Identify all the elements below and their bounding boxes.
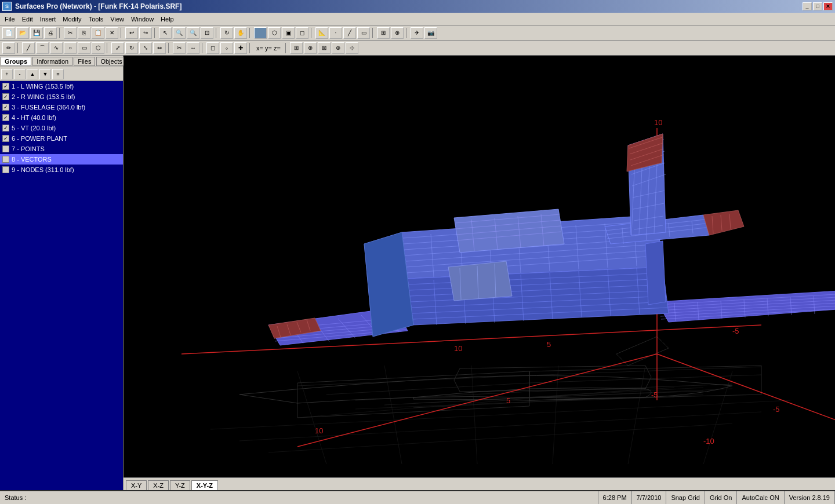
undo-button[interactable]: ↩ — [125, 27, 138, 39]
rotate-button[interactable]: ↻ — [220, 27, 233, 39]
track-btn[interactable]: ⊹ — [346, 42, 358, 54]
tab-xy[interactable]: X-Y — [126, 480, 147, 490]
poly-tool[interactable]: ⬡ — [92, 42, 104, 54]
zoom-in-button[interactable]: 🔍 — [173, 27, 186, 39]
tab-objects[interactable]: Objects — [96, 57, 126, 66]
polar-btn[interactable]: ⊛ — [332, 42, 344, 54]
arc-tool[interactable]: ⌒ — [36, 42, 49, 54]
layer-8-checkbox[interactable] — [2, 156, 9, 163]
layer-5-checkbox[interactable]: ✓ — [2, 125, 9, 132]
hide-button[interactable]: ◻ — [296, 27, 308, 39]
delete-button[interactable]: ✕ — [106, 27, 118, 39]
snap-end[interactable]: ◻ — [206, 42, 219, 54]
tab-xz[interactable]: X-Z — [148, 480, 169, 490]
copy-button[interactable]: ⎘ — [78, 27, 90, 39]
menu-modify[interactable]: Modify — [59, 14, 85, 24]
camera-btn[interactable]: 📷 — [424, 27, 437, 39]
tab-files[interactable]: Files — [74, 57, 95, 66]
layer-6-checkbox[interactable]: ✓ — [2, 135, 9, 142]
layer-1-checkbox[interactable]: ✓ — [2, 83, 9, 90]
pan-button[interactable]: ✋ — [234, 27, 247, 39]
trim-tool[interactable]: ✂ — [173, 42, 186, 54]
surface-btn[interactable]: ▭ — [357, 27, 370, 39]
snap-mid[interactable]: ⬦ — [220, 42, 233, 54]
layer-item[interactable]: ✓ 6 - POWER PLANT — [0, 133, 123, 144]
line-btn[interactable]: ╱ — [343, 27, 356, 39]
app-icon: S — [2, 2, 12, 11]
delete-group-button[interactable]: - — [14, 69, 26, 79]
zoom-fit-button[interactable]: ⊡ — [201, 27, 213, 39]
draw-btn[interactable]: ✏ — [2, 42, 15, 54]
layer-item[interactable]: ✓ 2 - R WING (153.5 lbf) — [0, 92, 123, 102]
zoom-out-button[interactable]: 🔍 — [187, 27, 199, 39]
menu-insert[interactable]: Insert — [37, 14, 60, 24]
measure-button[interactable]: 📐 — [315, 27, 328, 39]
layer-9-checkbox[interactable] — [2, 166, 9, 173]
maximize-button[interactable]: □ — [813, 2, 822, 10]
close-button[interactable]: ✕ — [823, 2, 833, 10]
layer-4-checkbox[interactable]: ✓ — [2, 114, 9, 121]
cut-button[interactable]: ✂ — [64, 27, 77, 39]
menu-file[interactable]: File — [1, 14, 19, 24]
layer-item[interactable]: 7 - POINTS — [0, 144, 123, 154]
layer-item[interactable]: ✓ 3 - FUSELAGE (364.0 lbf) — [0, 102, 123, 112]
layer-item[interactable]: ✓ 4 - HT (40.0 lbf) — [0, 112, 123, 123]
move-tool[interactable]: ⤢ — [111, 42, 124, 54]
spline-tool[interactable]: ∿ — [50, 42, 63, 54]
layer-item[interactable]: 9 - NODES (311.0 lbf) — [0, 165, 123, 175]
line-tool[interactable]: ╱ — [22, 42, 35, 54]
paste-button[interactable]: 📋 — [92, 27, 104, 39]
new-button[interactable]: 📄 — [2, 27, 15, 39]
move-down-button[interactable]: ▼ — [39, 69, 51, 79]
move-up-button[interactable]: ▲ — [27, 69, 38, 79]
layer-2-checkbox[interactable]: ✓ — [2, 93, 9, 100]
minimize-button[interactable]: _ — [803, 2, 812, 10]
mirror-tool[interactable]: ⇔ — [153, 42, 166, 54]
layer-7-checkbox[interactable] — [2, 145, 9, 152]
tab-groups[interactable]: Groups — [1, 57, 31, 66]
status-grid-on: Grid On — [705, 491, 738, 504]
circle-tool[interactable]: ○ — [64, 42, 77, 54]
layer-5-label: 5 - VT (20.0 lbf) — [12, 125, 56, 132]
grid-snap-btn[interactable]: ⊞ — [290, 42, 303, 54]
extend-tool[interactable]: ↔ — [187, 42, 199, 54]
redo-button[interactable]: ↪ — [139, 27, 152, 39]
snap-int[interactable]: ✚ — [234, 42, 247, 54]
tab-yz[interactable]: Y-Z — [170, 480, 190, 490]
menu-tools[interactable]: Tools — [85, 14, 107, 24]
print-button[interactable]: 🖨 — [44, 27, 57, 39]
snap-toggle[interactable]: ⊕ — [304, 42, 317, 54]
save-button[interactable]: 💾 — [30, 27, 43, 39]
grid-btn[interactable]: ⊞ — [377, 27, 390, 39]
date-value: 7/7/2010 — [637, 494, 662, 501]
layer-3-checkbox[interactable]: ✓ — [2, 104, 9, 111]
wire-button[interactable]: ⬡ — [268, 27, 281, 39]
select-button[interactable]: ↖ — [159, 27, 172, 39]
shade-button[interactable] — [254, 27, 267, 39]
menu-help[interactable]: Help — [157, 14, 177, 24]
layer-item[interactable]: ✓ 5 - VT (20.0 lbf) — [0, 123, 123, 133]
layer-item-selected[interactable]: 8 - VECTORS — [0, 154, 123, 165]
menu-view[interactable]: View — [107, 14, 128, 24]
new-group-button[interactable]: + — [1, 69, 13, 79]
status-time: 6:28 PM — [598, 491, 632, 504]
sep-t2-5 — [249, 43, 252, 53]
menu-window[interactable]: Window — [128, 14, 157, 24]
point-btn[interactable]: · — [329, 27, 342, 39]
scale-tool[interactable]: ⤡ — [139, 42, 152, 54]
snap-btn[interactable]: ⊕ — [391, 27, 404, 39]
fly-btn[interactable]: ✈ — [411, 27, 423, 39]
ortho-btn[interactable]: ⊠ — [318, 42, 331, 54]
tab-xyz[interactable]: X-Y-Z — [191, 480, 218, 490]
rect-tool[interactable]: ▭ — [78, 42, 90, 54]
layer-item[interactable]: ✓ 1 - L WING (153.5 lbf) — [0, 81, 123, 92]
svg-text:-5: -5 — [732, 327, 739, 335]
rotate-tool[interactable]: ↻ — [125, 42, 138, 54]
tab-information[interactable]: Information — [32, 57, 72, 66]
group-properties-button[interactable]: ≡ — [52, 69, 64, 79]
layer-list: ✓ 1 - L WING (153.5 lbf) ✓ 2 - R WING (1… — [0, 81, 123, 490]
viewport[interactable]: 10 10 5 -5 10 5 -5 -5 -10 -15 — [124, 56, 835, 490]
show-all-button[interactable]: ▣ — [282, 27, 295, 39]
menu-edit[interactable]: Edit — [19, 14, 37, 24]
open-button[interactable]: 📂 — [16, 27, 29, 39]
